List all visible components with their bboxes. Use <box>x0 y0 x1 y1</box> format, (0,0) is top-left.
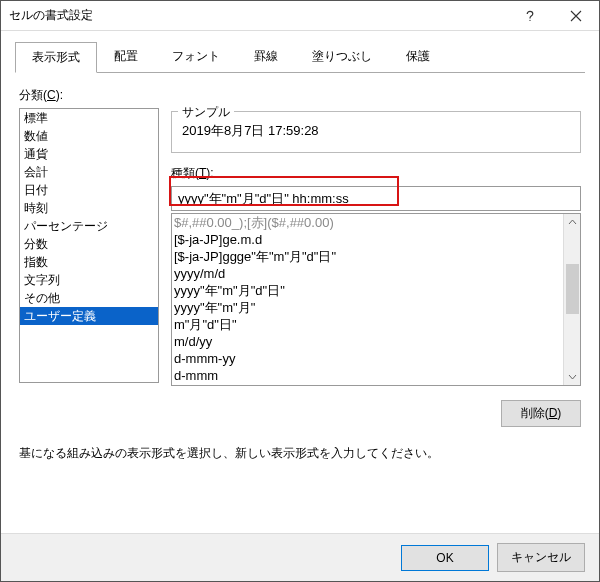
type-list-item[interactable]: m"月"d"日" <box>174 316 561 333</box>
cancel-button[interactable]: キャンセル <box>497 543 585 572</box>
window-title: セルの書式設定 <box>1 7 507 24</box>
category-item[interactable]: 分数 <box>20 235 158 253</box>
category-item[interactable]: ユーザー定義 <box>20 307 158 325</box>
type-input[interactable] <box>171 186 581 211</box>
tab-1[interactable]: 配置 <box>97 41 155 72</box>
type-list-item[interactable]: mmm-yy <box>174 384 561 385</box>
type-list-item[interactable]: d-mmm <box>174 367 561 384</box>
scrollbar[interactable] <box>563 214 580 385</box>
type-list[interactable]: $#,##0.00_);[赤]($#,##0.00)[$-ja-JP]ge.m.… <box>171 213 581 386</box>
type-list-item[interactable]: [$-ja-JP]ggge"年"m"月"d"日" <box>174 248 561 265</box>
scroll-thumb[interactable] <box>566 264 579 314</box>
category-item[interactable]: 通貨 <box>20 145 158 163</box>
type-list-item[interactable]: [$-ja-JP]ge.m.d <box>174 231 561 248</box>
sample-box: サンプル 2019年8月7日 17:59:28 <box>171 111 581 153</box>
category-item[interactable]: 時刻 <box>20 199 158 217</box>
ok-button[interactable]: OK <box>401 545 489 571</box>
type-list-item[interactable]: $#,##0.00_);[赤]($#,##0.00) <box>174 214 561 231</box>
category-item[interactable]: パーセンテージ <box>20 217 158 235</box>
category-item[interactable]: 日付 <box>20 181 158 199</box>
titlebar: セルの書式設定 <box>1 1 599 31</box>
sample-legend: サンプル <box>178 104 234 121</box>
svg-point-0 <box>529 19 530 20</box>
tab-3[interactable]: 罫線 <box>237 41 295 72</box>
category-list[interactable]: 標準数値通貨会計日付時刻パーセンテージ分数指数文字列その他ユーザー定義 <box>19 108 159 383</box>
type-list-item[interactable]: yyyy"年"m"月" <box>174 299 561 316</box>
category-item[interactable]: 標準 <box>20 109 158 127</box>
tab-2[interactable]: フォント <box>155 41 237 72</box>
type-list-item[interactable]: m/d/yy <box>174 333 561 350</box>
type-label: 種類(T): <box>171 165 581 182</box>
category-item[interactable]: 会計 <box>20 163 158 181</box>
type-list-item[interactable]: yyyy/m/d <box>174 265 561 282</box>
category-item[interactable]: 文字列 <box>20 271 158 289</box>
tabs: 表示形式配置フォント罫線塗りつぶし保護 <box>1 31 599 72</box>
category-item[interactable]: 数値 <box>20 127 158 145</box>
content-area: 分類(C): 標準数値通貨会計日付時刻パーセンテージ分数指数文字列その他ユーザー… <box>1 73 599 533</box>
close-button[interactable] <box>553 1 599 31</box>
type-list-item[interactable]: yyyy"年"m"月"d"日" <box>174 282 561 299</box>
scroll-up-button[interactable] <box>564 214 580 231</box>
footer: OK キャンセル <box>1 533 599 581</box>
tab-4[interactable]: 塗りつぶし <box>295 41 389 72</box>
tab-5[interactable]: 保護 <box>389 41 447 72</box>
tab-0[interactable]: 表示形式 <box>15 42 97 73</box>
scroll-down-button[interactable] <box>564 368 580 385</box>
description-text: 基になる組み込みの表示形式を選択し、新しい表示形式を入力してください。 <box>19 445 581 462</box>
help-button[interactable] <box>507 1 553 31</box>
sample-value: 2019年8月7日 17:59:28 <box>180 120 572 142</box>
delete-button[interactable]: 削除(D) <box>501 400 581 427</box>
category-label: 分類(C): <box>19 87 581 104</box>
type-list-item[interactable]: d-mmm-yy <box>174 350 561 367</box>
category-item[interactable]: その他 <box>20 289 158 307</box>
category-item[interactable]: 指数 <box>20 253 158 271</box>
